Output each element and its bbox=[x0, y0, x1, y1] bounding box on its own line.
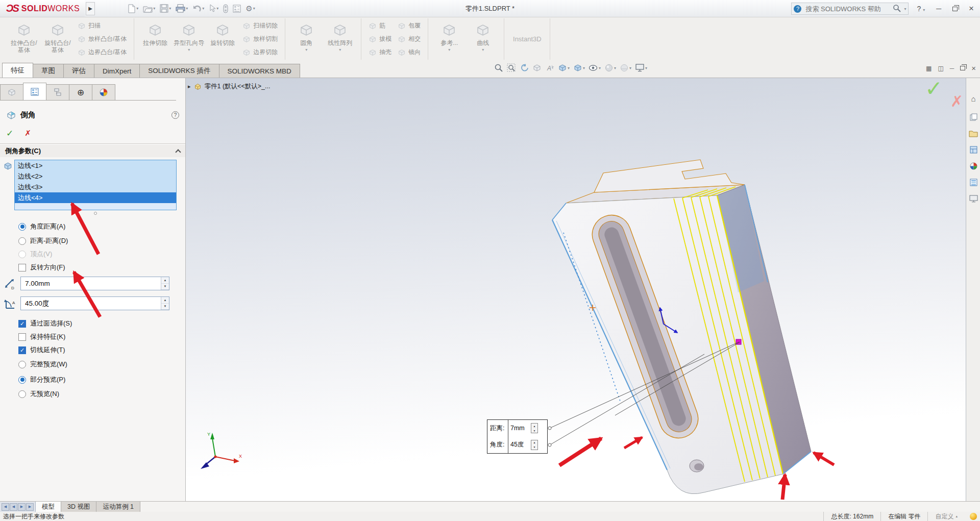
search-input[interactable] bbox=[804, 5, 890, 13]
scroll-prev-button[interactable]: ◀ bbox=[10, 503, 17, 511]
doc-restore-icon[interactable] bbox=[960, 66, 965, 70]
section-view-icon[interactable] bbox=[532, 63, 542, 73]
print-button[interactable]: ▾ bbox=[174, 3, 189, 14]
hide-show-items-icon[interactable]: ▾ bbox=[588, 63, 601, 73]
collapse-chevron-icon[interactable] bbox=[175, 149, 181, 155]
confirm-cancel-corner-button[interactable]: ✗ bbox=[950, 92, 963, 110]
scroll-first-button[interactable]: ◀ bbox=[2, 503, 9, 511]
zoom-to-area-icon[interactable] bbox=[506, 63, 517, 73]
ribbon-button-instant3d[interactable]: Instant3D bbox=[504, 18, 550, 60]
edge-selection-listbox[interactable]: 边线<1> 边线<2> 边线<3> 边线<4> bbox=[14, 160, 177, 210]
checkbox-flip-direction[interactable]: 反转方向(F) bbox=[18, 262, 65, 272]
view-orientation-icon[interactable]: ▾ bbox=[557, 63, 570, 73]
3d-views-tab[interactable]: 3D 视图 bbox=[61, 502, 96, 512]
edit-appearance-icon[interactable]: ▾ bbox=[604, 63, 617, 73]
new-document-button[interactable]: ▾ bbox=[126, 3, 140, 14]
angle-spinner[interactable]: ▲▼ bbox=[161, 297, 169, 310]
search-scope-caret[interactable]: ▾ bbox=[904, 7, 906, 11]
ribbon-button-sweep[interactable]: 扫描 bbox=[76, 20, 129, 32]
ribbon-button-loft[interactable]: 放样凸台/基体 bbox=[76, 33, 129, 45]
ribbon-button-draft[interactable]: 拔模 bbox=[366, 33, 394, 45]
ribbon-button-extruded-boss[interactable]: 拉伸凸台/基体 bbox=[8, 19, 40, 59]
save-button[interactable]: ▾ bbox=[158, 3, 173, 14]
scroll-last-button[interactable]: ▶ bbox=[26, 503, 34, 511]
confirm-ok-corner-button[interactable]: ✓ bbox=[925, 78, 943, 101]
angle-field[interactable]: ▲▼ bbox=[20, 296, 169, 310]
radio-no-preview[interactable]: 无预览(N) bbox=[18, 389, 59, 399]
status-custom-dropdown[interactable]: 自定义▴ bbox=[927, 512, 965, 521]
status-sphere-icon[interactable] bbox=[970, 513, 977, 520]
propertymanager-tab[interactable] bbox=[23, 83, 46, 101]
resources-icon[interactable] bbox=[968, 112, 978, 122]
annotations-view-icon[interactable]: A bbox=[545, 63, 555, 73]
ribbon-button-reference-geometry[interactable]: 参考...▾ bbox=[433, 19, 465, 59]
callout-angle-spinner[interactable]: ▲▼ bbox=[531, 440, 538, 450]
tab-evaluate[interactable]: 评估 bbox=[63, 64, 94, 78]
ribbon-button-mirror[interactable]: 镜向 bbox=[396, 46, 423, 59]
list-resize-handle[interactable] bbox=[94, 212, 97, 215]
chamfer-dimension-callout[interactable]: 距离: 7mm ▲▼ 角度: 45度 ▲▼ bbox=[487, 419, 548, 454]
ribbon-button-boundary-boss[interactable]: 边界凸台/基体 bbox=[76, 46, 129, 59]
angle-input[interactable] bbox=[24, 297, 152, 310]
dimxpertmanager-tab[interactable]: ⊕ bbox=[69, 84, 92, 101]
radio-angle-distance[interactable]: 角度距离(A) bbox=[18, 221, 65, 232]
scroll-next-button[interactable]: ▶ bbox=[18, 503, 26, 511]
ribbon-button-revolved-boss[interactable]: 旋转凸台/基体 bbox=[42, 19, 74, 59]
configurationmanager-tab[interactable] bbox=[46, 84, 69, 101]
ribbon-button-hole-wizard[interactable]: 异型孔向导▾ bbox=[173, 19, 205, 59]
select-cursor-button[interactable]: ▾ bbox=[207, 3, 220, 14]
cancel-button[interactable]: ✗ bbox=[24, 129, 31, 138]
tab-sketch[interactable]: 草图 bbox=[33, 64, 64, 78]
list-item-edge3[interactable]: 边线<3> bbox=[15, 182, 176, 192]
callout-distance-value[interactable]: 7mm bbox=[508, 420, 530, 437]
model-canvas[interactable]: Y X bbox=[186, 78, 966, 502]
motion-study-tab[interactable]: 运动算例 1 bbox=[96, 502, 140, 512]
ribbon-button-boundary-cut[interactable]: 边界切除 bbox=[240, 46, 280, 59]
split-pane-icon[interactable]: ▦ bbox=[926, 65, 932, 72]
previous-view-icon[interactable] bbox=[519, 63, 529, 73]
view-palette-icon[interactable] bbox=[968, 161, 978, 171]
restore-button[interactable] bbox=[952, 7, 958, 11]
command-help-icon[interactable]: ? bbox=[172, 111, 179, 119]
design-library-icon[interactable] bbox=[968, 128, 978, 138]
radio-full-preview[interactable]: 完整预览(W) bbox=[18, 359, 67, 369]
featuremanager-tree-tab[interactable] bbox=[0, 84, 23, 101]
search-icon[interactable] bbox=[893, 4, 901, 14]
tab-mbd[interactable]: SOLIDWORKS MBD bbox=[219, 64, 300, 78]
tab-addins[interactable]: SOLIDWORKS 插件 bbox=[139, 64, 219, 78]
doc-minimize-icon[interactable]: ─ bbox=[950, 65, 954, 72]
help-menu-button[interactable]: ? ▾ bbox=[914, 5, 928, 13]
callout-distance-spinner[interactable]: ▲▼ bbox=[531, 423, 538, 433]
ribbon-button-shell[interactable]: 抽壳 bbox=[366, 46, 394, 59]
distance-input[interactable] bbox=[24, 277, 152, 290]
model-tab[interactable]: 模型 bbox=[36, 502, 61, 512]
menu-expand-arrow[interactable]: ▶ bbox=[86, 2, 95, 15]
help-search-box[interactable]: ? ▾ bbox=[791, 3, 909, 15]
ribbon-button-loft-cut[interactable]: 放样切割 bbox=[240, 33, 280, 45]
graphics-viewport[interactable]: ▸ 零件1 (默认<<默认>_... bbox=[186, 78, 966, 502]
apply-scene-icon[interactable]: ▾ bbox=[619, 63, 632, 73]
radio-distance-distance[interactable]: 距离-距离(D) bbox=[18, 236, 68, 246]
ribbon-button-curves[interactable]: 曲线▾ bbox=[467, 19, 499, 59]
ribbon-button-sweep-cut[interactable]: 扫描切除 bbox=[240, 20, 280, 32]
ok-button[interactable]: ✓ bbox=[6, 128, 13, 139]
zoom-to-fit-icon[interactable] bbox=[494, 63, 504, 73]
pane-layout-icon[interactable]: ◫ bbox=[938, 65, 943, 72]
distance-field[interactable]: ▲▼ bbox=[20, 277, 169, 290]
radio-partial-preview[interactable]: 部分预览(P) bbox=[18, 375, 65, 385]
undo-button[interactable]: ▾ bbox=[191, 4, 206, 14]
ribbon-button-revolved-cut[interactable]: 旋转切除 bbox=[207, 19, 238, 59]
chamfer-parameters-groupbox[interactable]: 倒角参数(C) bbox=[0, 145, 185, 157]
selection-filter-button[interactable] bbox=[222, 3, 230, 14]
checkbox-tangent-propagation[interactable]: ✓切线延伸(T) bbox=[18, 345, 65, 355]
open-document-button[interactable]: ▾ bbox=[141, 3, 157, 14]
ribbon-button-fillet[interactable]: 圆角▾ bbox=[290, 19, 322, 59]
display-style-icon[interactable]: ▾ bbox=[573, 63, 585, 73]
ribbon-button-extruded-cut[interactable]: 拉伸切除 bbox=[139, 19, 171, 59]
tab-features[interactable]: 特征 bbox=[2, 63, 33, 78]
custom-properties-icon[interactable] bbox=[968, 193, 978, 204]
properties-button[interactable] bbox=[231, 4, 242, 14]
close-button[interactable]: × bbox=[966, 4, 977, 14]
home-icon[interactable]: ⌂ bbox=[968, 93, 978, 104]
ribbon-button-linear-pattern[interactable]: 线性阵列▾ bbox=[324, 19, 356, 59]
